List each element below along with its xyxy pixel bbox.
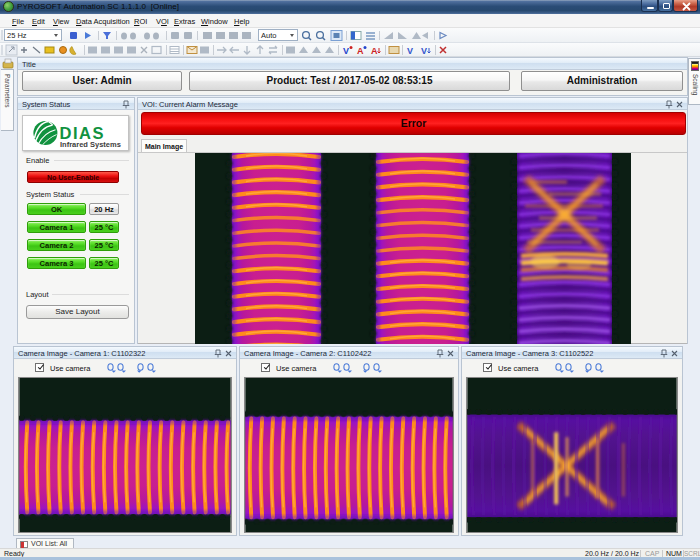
svg-text:DIAS: DIAS [60, 124, 105, 142]
svg-text:Infrared Systems: Infrared Systems [60, 140, 121, 149]
svg-text:V: V [343, 46, 349, 56]
svg-text:A: A [357, 46, 364, 56]
svg-text:V: V [407, 46, 413, 56]
svg-text:A: A [371, 46, 378, 56]
svg-text:V: V [421, 46, 427, 56]
